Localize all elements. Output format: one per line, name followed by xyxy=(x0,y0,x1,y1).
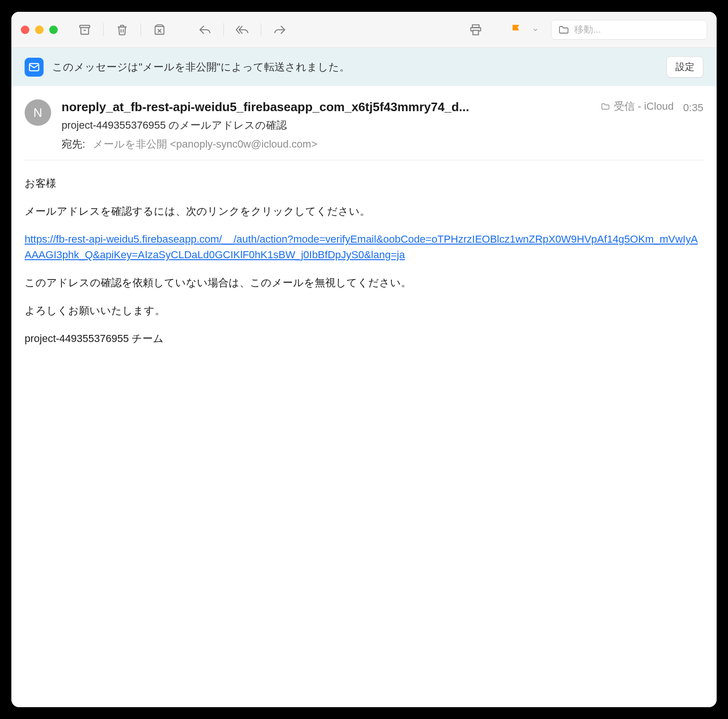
svg-rect-3 xyxy=(473,30,479,35)
avatar: N xyxy=(25,99,51,126)
minimize-window-button[interactable] xyxy=(35,26,44,34)
junk-button[interactable] xyxy=(148,20,171,39)
svg-rect-0 xyxy=(80,25,90,27)
archive-icon xyxy=(78,23,91,36)
settings-button[interactable]: 設定 xyxy=(666,56,703,78)
reply-icon xyxy=(198,23,212,36)
reply-button[interactable] xyxy=(193,20,217,39)
recipients-row: 宛先: メールを非公開 <panoply-sync0w@icloud.com> xyxy=(62,137,703,151)
archive-button[interactable] xyxy=(73,20,97,39)
forward-icon xyxy=(273,23,286,36)
toolbar-separator xyxy=(141,23,141,36)
hide-my-email-banner: このメッセージは"メールを非公開"によって転送されました。 設定 xyxy=(11,48,717,86)
message-body: お客様 メールアドレスを確認するには、次のリンクをクリックしてください。 htt… xyxy=(11,160,717,374)
toolbar-separator xyxy=(223,23,224,36)
verification-link[interactable]: https://fb-rest-api-weidu5.firebaseapp.c… xyxy=(25,233,698,261)
folder-icon xyxy=(558,24,569,35)
banner-text: このメッセージは"メールを非公開"によって転送されました。 xyxy=(52,60,658,74)
junk-icon xyxy=(153,23,166,36)
header-main: noreply_at_fb-rest-api-weidu5_firebaseap… xyxy=(62,99,703,151)
reply-all-icon xyxy=(236,23,249,36)
body-line1: メールアドレスを確認するには、次のリンクをクリックしてください。 xyxy=(25,203,703,219)
reply-all-button[interactable] xyxy=(231,20,254,39)
mailbox-label: 受信 - iCloud xyxy=(614,99,674,114)
maximize-window-button[interactable] xyxy=(49,26,58,34)
body-greeting: お客様 xyxy=(25,175,703,191)
folder-icon xyxy=(601,102,610,111)
toolbar-separator xyxy=(103,23,104,36)
from-name[interactable]: noreply_at_fb-rest-api-weidu5_firebaseap… xyxy=(62,100,591,114)
toolbar-separator xyxy=(261,23,261,36)
print-button[interactable] xyxy=(464,20,488,39)
trash-icon xyxy=(115,23,129,36)
print-icon xyxy=(469,23,482,36)
body-signature: project-449355376955 チーム xyxy=(25,331,703,346)
flag-button[interactable] xyxy=(505,20,528,39)
body-line2: このアドレスの確認を依頼していない場合は、このメールを無視してください。 xyxy=(25,275,703,290)
message-header: N noreply_at_fb-rest-api-weidu5_firebase… xyxy=(11,86,717,160)
flag-icon xyxy=(510,23,523,36)
header-top-row: noreply_at_fb-rest-api-weidu5_firebaseap… xyxy=(62,99,703,114)
body-closing: よろしくお願いいたします。 xyxy=(25,303,703,318)
chevron-down-icon xyxy=(532,26,539,33)
move-to-field[interactable]: 移動... xyxy=(551,20,707,40)
delete-button[interactable] xyxy=(110,20,134,39)
received-time: 0:35 xyxy=(683,102,703,114)
mail-app-icon xyxy=(25,58,44,77)
to-value[interactable]: メールを非公開 <panoply-sync0w@icloud.com> xyxy=(93,138,317,150)
flag-menu-chevron[interactable] xyxy=(528,20,542,39)
toolbar: 移動... xyxy=(11,12,717,48)
envelope-icon xyxy=(28,61,40,73)
to-label: 宛先: xyxy=(62,138,85,150)
mailbox-indicator[interactable]: 受信 - iCloud xyxy=(601,99,674,114)
close-window-button[interactable] xyxy=(21,26,29,34)
move-placeholder: 移動... xyxy=(574,23,601,36)
flag-group xyxy=(505,20,542,39)
traffic-lights xyxy=(21,26,58,34)
mail-window: 移動... このメッセージは"メールを非公開"によって転送されました。 設定 N… xyxy=(11,12,717,707)
subject: project-449355376955 のメールアドレスの確認 xyxy=(62,118,703,132)
forward-button[interactable] xyxy=(268,20,292,39)
